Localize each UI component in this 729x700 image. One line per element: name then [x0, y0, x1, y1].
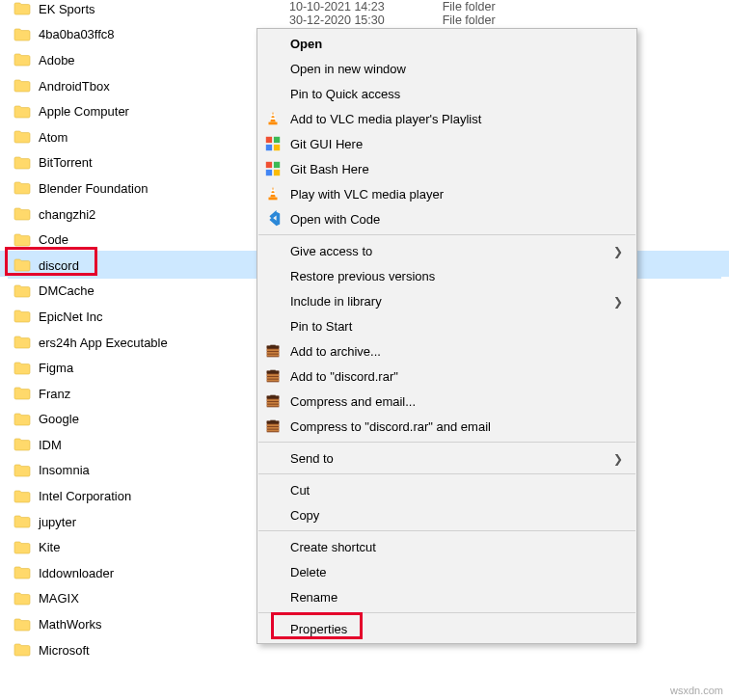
svg-rect-39	[270, 420, 275, 423]
folder-icon	[14, 233, 31, 247]
context-menu-label: Open in new window	[290, 62, 406, 76]
rar-icon	[263, 341, 283, 361]
svg-rect-3	[270, 118, 275, 120]
context-menu-item[interactable]: Play with VLC media player	[257, 181, 636, 206]
folder-icon	[14, 207, 31, 221]
context-menu-label: Include in library	[290, 294, 382, 309]
folder-icon	[14, 79, 31, 93]
svg-rect-1	[269, 122, 278, 125]
context-menu-item[interactable]: Send to❯	[257, 445, 636, 471]
context-menu-item[interactable]: Copy	[257, 502, 636, 527]
context-menu-item[interactable]: Add to "discord.rar"	[257, 363, 636, 389]
context-menu: OpenOpen in new windowPin to Quick acces…	[256, 28, 637, 644]
context-menu-label: Restore previous versions	[290, 269, 435, 283]
folder-icon	[14, 541, 31, 554]
svg-rect-31	[267, 402, 280, 404]
svg-rect-4	[266, 137, 272, 143]
folder-name: Google	[39, 412, 79, 426]
folder-icon	[14, 464, 31, 477]
context-menu-label: Rename	[290, 590, 338, 605]
context-menu-item[interactable]: Add to archive...	[257, 338, 636, 363]
context-menu-label: Send to	[290, 451, 334, 466]
context-menu-item[interactable]: Pin to Start	[257, 313, 636, 338]
svg-rect-19	[267, 352, 280, 354]
rar-icon	[263, 391, 283, 411]
context-menu-separator	[258, 530, 635, 531]
svg-rect-14	[271, 190, 276, 192]
svg-rect-38	[267, 430, 280, 432]
folder-icon	[14, 387, 31, 400]
context-menu-item[interactable]: Pin to Quick access	[257, 81, 636, 106]
context-menu-label: Pin to Quick access	[290, 87, 400, 101]
svg-rect-6	[266, 145, 272, 150]
context-menu-item[interactable]: Restore previous versions	[257, 263, 636, 288]
rar-icon	[263, 366, 283, 386]
folder-name: Intel Corporation	[39, 489, 131, 503]
folder-name: 4ba0ba03ffc8	[39, 27, 115, 41]
context-menu-label: Git Bash Here	[290, 162, 369, 176]
svg-rect-15	[270, 193, 275, 195]
chevron-right-icon: ❯	[613, 452, 623, 466]
context-menu-item[interactable]: Git GUI Here	[257, 131, 636, 156]
folder-icon	[14, 130, 31, 144]
folder-name: Figma	[39, 361, 73, 375]
context-menu-label: Open with Code	[290, 212, 380, 227]
folder-name: changzhi2	[39, 207, 95, 222]
folder-name: Apple Computer	[39, 104, 129, 119]
vlc-icon	[263, 184, 283, 203]
context-menu-item[interactable]: Git Bash Here	[257, 156, 636, 181]
svg-rect-7	[274, 145, 280, 150]
watermark: wsxdn.com	[670, 685, 723, 696]
context-menu-label: Copy	[290, 508, 319, 523]
folder-icon	[14, 284, 31, 298]
folder-name: BitTorrent	[39, 155, 93, 170]
context-menu-item[interactable]: Give access to❯	[257, 238, 636, 263]
folder-icon	[14, 28, 31, 41]
vlc-icon	[263, 109, 283, 128]
svg-rect-10	[266, 170, 272, 175]
context-menu-separator	[258, 473, 635, 474]
folder-name: Franz	[39, 387, 70, 401]
context-menu-item[interactable]: Delete	[257, 559, 636, 584]
vscode-icon	[263, 209, 283, 229]
context-menu-item[interactable]: Create shortcut	[257, 534, 636, 559]
folder-icon	[14, 413, 31, 426]
context-menu-separator	[258, 612, 635, 613]
context-menu-item[interactable]: Open with Code	[257, 206, 636, 231]
context-menu-item[interactable]: Compress to "discord.rar" and email	[257, 414, 636, 439]
context-menu-label: Compress and email...	[290, 394, 416, 409]
git-icon	[263, 134, 283, 153]
folder-name: jupyter	[39, 515, 76, 529]
svg-marker-0	[270, 112, 275, 122]
context-menu-item[interactable]: Open	[257, 31, 636, 56]
folder-name: Insomnia	[39, 463, 90, 477]
folder-icon	[14, 258, 31, 272]
svg-rect-33	[270, 395, 275, 398]
context-menu-item[interactable]: Add to VLC media player's Playlist	[257, 106, 636, 131]
svg-rect-5	[274, 137, 280, 143]
folder-item[interactable]: EK Sports	[8, 0, 721, 22]
context-menu-item[interactable]: Include in library❯	[257, 288, 636, 313]
context-menu-label: Git GUI Here	[290, 137, 363, 151]
context-menu-label: Pin to Start	[290, 319, 352, 334]
folder-name: ers24h App Executable	[39, 336, 168, 350]
folder-name: Atom	[39, 130, 68, 145]
folder-icon	[14, 515, 31, 528]
folder-icon	[14, 566, 31, 579]
context-menu-item[interactable]: Compress and email...	[257, 389, 636, 414]
folder-name: discord	[39, 258, 79, 273]
context-menu-separator	[258, 234, 635, 235]
folder-icon	[14, 156, 31, 170]
svg-rect-24	[267, 374, 280, 376]
folder-icon	[14, 592, 31, 606]
folder-name: AndroidTbox	[39, 79, 110, 94]
context-menu-item[interactable]: Cut	[257, 477, 636, 502]
svg-rect-9	[274, 162, 280, 168]
context-menu-label: Create shortcut	[290, 540, 376, 554]
context-menu-label: Open	[290, 37, 322, 51]
context-menu-item[interactable]: Open in new window	[257, 56, 636, 81]
svg-rect-30	[267, 399, 280, 401]
context-menu-item[interactable]: Rename	[257, 584, 636, 609]
context-menu-item[interactable]: Properties	[257, 616, 636, 641]
svg-rect-13	[269, 198, 278, 201]
